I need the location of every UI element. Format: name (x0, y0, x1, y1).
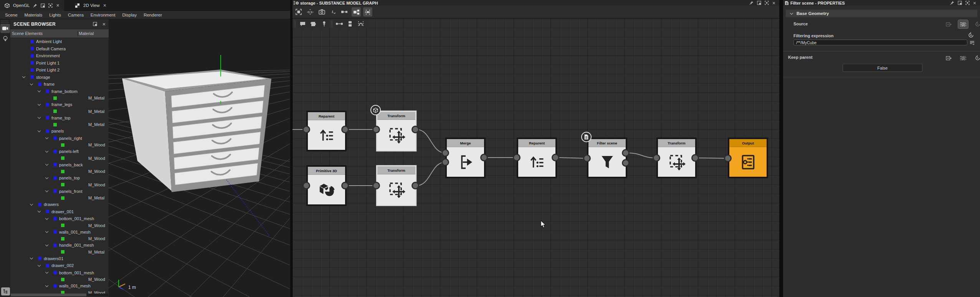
output-port[interactable] (622, 159, 630, 167)
tree-row-panels_front[interactable]: panels_front (10, 188, 109, 195)
float-window-icon[interactable] (757, 1, 761, 5)
3d-viewport[interactable]: 1 m (109, 19, 290, 297)
chevron-down-icon[interactable] (45, 136, 48, 139)
pin-icon[interactable] (950, 1, 954, 5)
output-port[interactable] (412, 126, 419, 133)
viewed-in-3d-badge[interactable] (370, 105, 381, 115)
properties-shown-badge[interactable] (581, 132, 592, 142)
reset-icon[interactable] (973, 54, 980, 62)
node-reparent-2[interactable]: Reparent (517, 138, 557, 178)
tree-row-Point Light 2[interactable]: Point Light 2 (10, 66, 109, 74)
chevron-down-icon[interactable] (38, 89, 41, 92)
output-port[interactable] (552, 154, 559, 161)
menu-display[interactable]: Display (119, 11, 140, 19)
chevron-down-icon[interactable] (38, 129, 41, 132)
material-row[interactable]: M_Wood (10, 182, 109, 188)
menu-materials[interactable]: Materials (21, 11, 46, 19)
input-port[interactable] (302, 182, 310, 189)
panel-drag-handle[interactable] (1, 21, 9, 23)
output-port[interactable] (480, 154, 488, 161)
menu-camera[interactable]: Camera (64, 11, 87, 19)
expression-list-icon[interactable] (970, 41, 975, 45)
scrollbar-thumb[interactable] (11, 294, 86, 296)
tree-column-headers[interactable]: Scene Elements Material (10, 29, 109, 38)
horizontal-scrollbar[interactable] (11, 294, 108, 296)
reset-icon[interactable] (968, 32, 974, 38)
menu-scene[interactable]: Scene (2, 11, 21, 19)
pin-icon[interactable] (749, 1, 754, 5)
pin-node-icon[interactable] (320, 20, 328, 28)
close-icon[interactable]: × (772, 0, 775, 6)
tree-row-storage[interactable]: storage (10, 74, 109, 81)
float-window-icon[interactable] (93, 22, 97, 26)
material-row[interactable]: M_Metal (10, 195, 109, 201)
tree-row-Environment[interactable]: Environment (10, 52, 109, 60)
tab-2d-view[interactable]: 2D View × (70, 0, 111, 11)
tree-row-drawer_001[interactable]: drawer_001 (10, 208, 109, 216)
input-port[interactable] (441, 158, 449, 166)
chevron-down-icon[interactable] (38, 264, 41, 267)
tree-row-panels-left[interactable]: panels-left (10, 148, 109, 155)
connect-icon[interactable] (335, 20, 343, 28)
input-port[interactable] (372, 126, 380, 133)
tree-row-walls_001_mesh[interactable]: walls_001_mesh (10, 282, 109, 290)
node-reparent-1[interactable]: Reparent (306, 111, 347, 151)
menu-lights[interactable]: Lights (46, 11, 64, 19)
material-row[interactable]: M_Metal (10, 95, 109, 101)
chevron-down-icon[interactable] (45, 270, 48, 274)
material-row[interactable]: M_Metal (10, 121, 109, 128)
tree-row-frame_legs[interactable]: frame_legs (10, 101, 109, 108)
tree-row-Default Camera[interactable]: Default Camera (10, 45, 109, 53)
node-transform-2[interactable]: Transform (376, 165, 416, 206)
reset-icon[interactable] (973, 20, 980, 28)
tree-row-panels_right[interactable]: panels_right (10, 135, 109, 142)
pin-icon[interactable] (33, 3, 37, 8)
chevron-down-icon[interactable] (30, 256, 33, 259)
close-icon[interactable]: × (103, 3, 106, 8)
chevron-down-icon[interactable] (38, 116, 41, 119)
node-icon[interactable] (309, 20, 317, 28)
expose-input-icon[interactable] (944, 20, 954, 28)
material-row[interactable]: M_Wood (10, 222, 109, 229)
input-port[interactable] (513, 154, 521, 161)
close-icon[interactable]: × (56, 3, 59, 8)
tree-view-button[interactable] (1, 287, 10, 295)
tree-row-Ambient Light[interactable]: Ambient Light (10, 38, 109, 45)
input-port[interactable] (724, 154, 732, 162)
node-output[interactable]: Output (728, 138, 768, 178)
input-port[interactable] (372, 182, 380, 189)
tree-row-frame_top[interactable]: frame_top (10, 114, 109, 122)
output-port[interactable] (691, 154, 699, 162)
tree-row-drawers01[interactable]: drawers01 (10, 255, 109, 262)
tree-row-drawer_002[interactable]: drawer_002 (10, 262, 109, 269)
tree-row-walls_001_mesh[interactable]: walls_001_mesh (10, 229, 109, 236)
node-primitive-3d[interactable]: Primitive 3D (306, 165, 347, 206)
chevron-down-icon[interactable] (45, 230, 48, 233)
chevron-down-icon[interactable] (45, 243, 48, 246)
node-transform-3[interactable]: Transform (656, 138, 697, 178)
material-row[interactable]: M_Wood (10, 276, 109, 282)
graph-view-icon[interactable] (352, 7, 361, 17)
chevron-down-icon[interactable] (45, 176, 48, 179)
output-port[interactable] (622, 149, 630, 157)
material-row[interactable]: M_Metal (10, 249, 109, 255)
expose-input-icon[interactable] (944, 54, 954, 62)
column-material[interactable]: Material (78, 31, 109, 36)
comment-icon[interactable] (299, 20, 306, 28)
chevron-down-icon[interactable] (45, 149, 48, 153)
snapshot-icon[interactable] (317, 7, 326, 17)
menu-renderer[interactable]: Renderer (140, 11, 165, 19)
graph-panel-header[interactable]: storage - SUBSTANCE MODEL GRAPH × (293, 0, 779, 6)
output-port[interactable] (341, 126, 349, 133)
tree-row-panels_back[interactable]: panels_back (10, 161, 109, 169)
tree-row-Point Light 1[interactable]: Point Light 1 (10, 60, 109, 67)
frame-view-icon[interactable] (294, 7, 303, 17)
float-window-icon[interactable] (958, 1, 962, 5)
chevron-down-icon[interactable] (38, 209, 41, 212)
chevron-down-icon[interactable] (22, 75, 25, 78)
input-port[interactable] (441, 149, 449, 157)
column-scene-elements[interactable]: Scene Elements (10, 31, 78, 36)
tree-row-frame[interactable]: frame (10, 81, 109, 88)
chevron-down-icon[interactable] (45, 284, 48, 287)
node-merge[interactable]: Merge (445, 138, 486, 178)
